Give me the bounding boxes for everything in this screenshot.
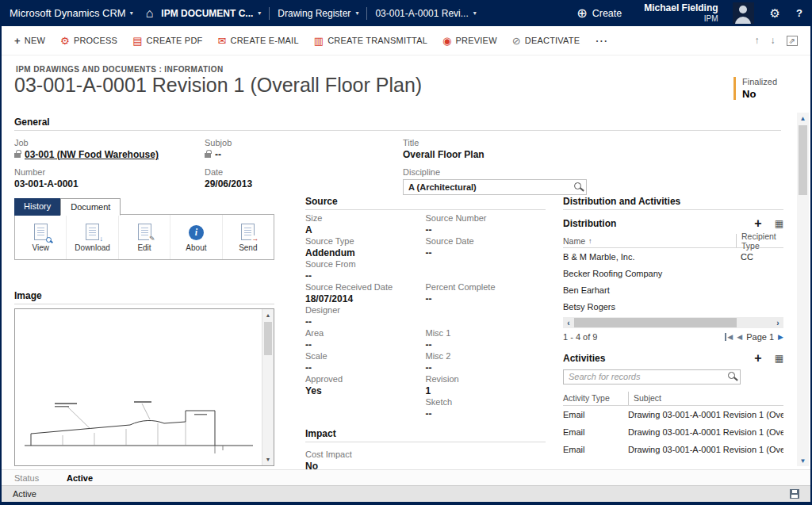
previous-record-icon[interactable]: ↑ xyxy=(755,35,760,46)
previous-page-icon[interactable]: ◀ xyxy=(737,333,742,341)
add-distribution-icon[interactable]: + xyxy=(754,218,761,229)
distribution-row[interactable]: B & M Marble, Inc.CC xyxy=(563,248,783,265)
search-input[interactable] xyxy=(563,369,741,384)
scroll-left-icon[interactable]: ‹ xyxy=(563,317,574,328)
activity-row[interactable]: EmailDrawing 03-001-A-0001 Revision 1 (O… xyxy=(563,423,783,441)
create-transmittal-button[interactable]: ▥ CREATE TRANSMITTAL xyxy=(314,36,427,46)
field-title: Title Overall Floor Plan xyxy=(403,138,776,160)
source-field[interactable]: Source Date-- xyxy=(426,233,546,256)
activity-row[interactable]: EmailDrawing 03-001-A-0001 Revision 1 (O… xyxy=(563,406,783,423)
distribution-row[interactable]: Ben Earhart xyxy=(563,281,783,298)
nav-divider xyxy=(366,7,367,20)
avatar[interactable] xyxy=(733,2,754,24)
source-field[interactable]: SizeA xyxy=(305,210,426,233)
download-button[interactable]: ↓ Download xyxy=(67,215,118,259)
more-commands-icon[interactable]: ⋯ xyxy=(595,33,607,48)
section-general: General Job 03-001 (NW Food Warehouse) N… xyxy=(14,117,781,195)
popout-icon[interactable]: ⇗ xyxy=(787,36,798,46)
activity-type: Email xyxy=(563,427,628,437)
next-record-icon[interactable]: ↓ xyxy=(771,35,776,46)
nav-view-label: Drawing Register xyxy=(278,8,350,19)
source-field[interactable]: Source Received Date18/07/2014 xyxy=(305,279,426,302)
search-icon[interactable] xyxy=(728,372,735,379)
activity-row[interactable]: EmailDrawing 03-001-A-0001 Revision 1 (O… xyxy=(563,441,783,458)
create-email-button[interactable]: ✉ CREATE E-MAIL xyxy=(217,36,298,46)
edit-button[interactable]: ✎ Edit xyxy=(119,215,170,259)
gear-icon[interactable]: ⚙ xyxy=(770,6,780,21)
finalized-field[interactable]: Finalized No xyxy=(733,77,777,100)
lookup-search-icon[interactable] xyxy=(574,182,581,189)
distribution-row[interactable]: Betsy Rogers xyxy=(563,298,783,315)
user-info[interactable]: Michael Fielding IPM xyxy=(644,3,718,23)
source-field[interactable]: Source From-- xyxy=(305,256,426,279)
field-cost-impact[interactable]: Cost Impact No xyxy=(305,450,546,472)
add-activity-icon[interactable]: + xyxy=(754,353,761,364)
source-field[interactable]: Percent Complete-- xyxy=(426,279,546,302)
drawing-preview xyxy=(15,309,262,465)
open-grid-icon[interactable]: ▦ xyxy=(775,354,783,363)
source-field[interactable]: Scale-- xyxy=(305,348,426,371)
home-icon[interactable]: ⌂ xyxy=(146,6,154,21)
open-grid-icon[interactable]: ▦ xyxy=(775,219,783,228)
view-button[interactable]: View xyxy=(15,215,67,259)
image-scroll-thumb[interactable] xyxy=(264,322,272,355)
help-icon[interactable]: ? xyxy=(796,7,802,19)
source-field[interactable]: Source Number-- xyxy=(426,210,546,233)
nav-item-entity[interactable]: IPM DOCUMENT C... ▾ xyxy=(161,8,261,19)
chevron-down-icon: ▾ xyxy=(355,10,358,17)
column-recipient-type[interactable]: Recipient Type xyxy=(736,234,783,247)
discipline-input[interactable] xyxy=(403,179,587,195)
source-field[interactable]: Source TypeAddendum xyxy=(305,233,426,256)
nav-item-view[interactable]: Drawing Register ▾ xyxy=(278,8,358,19)
section-distribution-activities: Distribution and Activities Distribution… xyxy=(563,196,783,458)
preview-button[interactable]: ◉ PREVIEW xyxy=(442,36,497,46)
image-preview-panel[interactable]: ▲ ▼ xyxy=(14,308,274,466)
main-scroll-thumb[interactable] xyxy=(799,125,807,195)
create-pdf-button[interactable]: ▤ CREATE PDF xyxy=(132,36,202,46)
source-field[interactable]: ApprovedYes xyxy=(305,371,426,394)
distribution-hscrollbar[interactable]: ‹ › xyxy=(563,317,783,328)
source-field[interactable]: Area-- xyxy=(305,325,426,348)
source-field[interactable]: Revision1 xyxy=(426,371,546,394)
hscroll-thumb[interactable] xyxy=(574,318,737,327)
next-page-icon[interactable]: ▶ xyxy=(778,333,783,341)
date-value[interactable]: 29/06/2013 xyxy=(205,179,403,189)
app-menu-button[interactable]: Microsoft Dynamics CRM ▾ xyxy=(10,7,133,19)
scroll-up-icon[interactable]: ▲ xyxy=(797,113,809,124)
process-button[interactable]: ⚙ PROCESS xyxy=(60,36,117,46)
send-button[interactable]: → Send xyxy=(223,215,274,259)
first-page-icon[interactable]: ◀ xyxy=(725,333,733,341)
scroll-down-icon[interactable]: ▼ xyxy=(262,453,274,465)
finalized-value: No xyxy=(742,88,777,100)
job-link[interactable]: 03-001 (NW Food Warehouse) xyxy=(25,149,159,160)
distribution-recipient-type: CC xyxy=(736,252,783,262)
source-field[interactable]: Designer-- xyxy=(305,302,426,325)
scroll-right-icon[interactable]: › xyxy=(772,317,783,328)
deactivate-button[interactable]: ⊘ DEACTIVATE xyxy=(512,36,580,46)
create-button[interactable]: ⊕ Create xyxy=(576,6,622,21)
scroll-up-icon[interactable]: ▲ xyxy=(262,309,274,321)
main-scrollbar[interactable]: ▲ ▼ xyxy=(797,113,809,466)
image-scrollbar[interactable]: ▲ ▼ xyxy=(262,309,274,465)
title-value[interactable]: Overall Floor Plan xyxy=(403,150,776,160)
tab-history[interactable]: History xyxy=(14,198,60,216)
activities-search xyxy=(563,369,741,384)
source-field xyxy=(426,256,546,279)
source-field[interactable]: Misc 1-- xyxy=(426,325,546,348)
scroll-down-icon[interactable]: ▼ xyxy=(797,455,809,466)
date-label: Date xyxy=(205,167,403,177)
about-button[interactable]: i About xyxy=(170,215,222,259)
source-field[interactable]: Sketch-- xyxy=(426,394,546,417)
number-label: Number xyxy=(14,167,205,177)
column-activity-type[interactable]: Activity Type xyxy=(563,393,628,403)
distribution-row[interactable]: Becker Roofing Company xyxy=(563,265,783,281)
app-title: Microsoft Dynamics CRM xyxy=(10,7,126,19)
column-subject[interactable]: Subject xyxy=(628,392,783,405)
source-field[interactable]: Misc 2-- xyxy=(426,348,546,371)
save-icon[interactable] xyxy=(790,489,799,499)
nav-item-record[interactable]: 03-001-A-0001 Revi... ▾ xyxy=(375,8,476,19)
number-value[interactable]: 03-001-A-0001 xyxy=(14,179,205,189)
tab-document[interactable]: Document xyxy=(60,198,121,216)
new-button[interactable]: + NEW xyxy=(14,36,45,46)
column-name[interactable]: Name ↑ xyxy=(563,236,736,246)
